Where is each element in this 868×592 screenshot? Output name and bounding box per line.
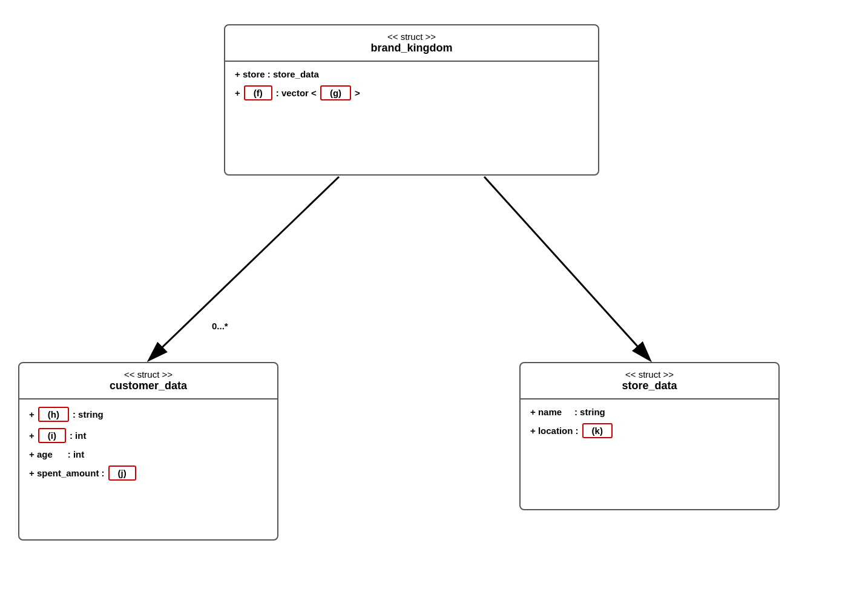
brand-kingdom-body: + store : store_data + (f) : vector < (g… [225,62,598,108]
field-age-text: + age : int [29,449,84,459]
answer-box-j: (j) [108,465,136,481]
store-data-body: + name : string + location : (k) [521,400,778,446]
field-fg-middle: : vector < [276,88,317,98]
field-h-prefix: + [29,409,35,419]
answer-box-f: (f) [244,85,272,100]
store-data-stereotype: << struct >> [530,369,769,380]
brand-kingdom-name: brand_kingdom [234,42,589,54]
field-j-prefix: + spent_amount : [29,468,105,478]
customer-field-i: + (i) : int [29,428,268,443]
field-name-text: + name : string [530,407,605,417]
customer-data-header: << struct >> customer_data [19,363,277,400]
field-k-prefix: + location : [530,426,579,436]
answer-box-i: (i) [38,428,66,443]
store-data-header: << struct >> store_data [521,363,778,400]
answer-box-h: (h) [38,407,69,422]
customer-data-name: customer_data [28,380,268,392]
customer-data-box: << struct >> customer_data + (h) : strin… [18,362,278,541]
brand-kingdom-box: << struct >> brand_kingdom + store : sto… [224,24,599,176]
field-fg-suffix: > [355,88,360,98]
answer-box-g: (g) [320,85,351,100]
field-fg-prefix: + [235,88,240,98]
answer-box-k: (k) [582,423,613,438]
store-field-k: + location : (k) [530,423,769,438]
field-i-suffix: : int [70,430,87,441]
store-data-box: << struct >> store_data + name : string … [519,362,780,510]
customer-field-j: + spent_amount : (j) [29,465,268,481]
diagram-container: << struct >> brand_kingdom + store : sto… [0,0,868,592]
customer-field-h: + (h) : string [29,407,268,422]
brand-kingdom-header: << struct >> brand_kingdom [225,25,598,62]
customer-data-stereotype: << struct >> [28,369,268,380]
brand-kingdom-stereotype: << struct >> [234,31,589,42]
field-i-prefix: + [29,430,35,441]
multiplicity-label: 0...* [212,321,228,331]
brand-kingdom-field-fg: + (f) : vector < (g) > [235,85,588,100]
field-h-suffix: : string [73,409,104,419]
store-data-name: store_data [530,380,769,392]
customer-field-age: + age : int [29,449,268,459]
store-field-name: + name : string [530,407,769,417]
field-store-text: + store : store_data [235,69,319,79]
arrow-left [150,177,339,360]
brand-kingdom-field-store: + store : store_data [235,69,588,79]
arrow-right [484,177,649,360]
customer-data-body: + (h) : string + (i) : int + age : int +… [19,400,277,488]
